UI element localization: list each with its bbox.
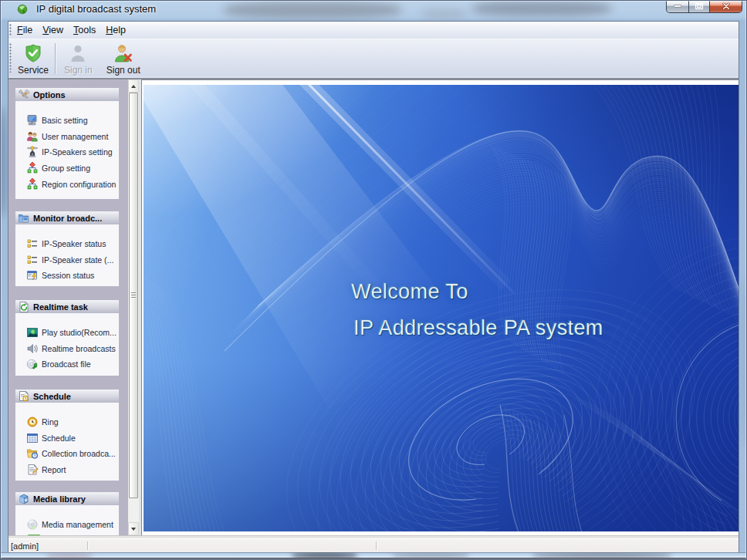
toolbar-separator xyxy=(55,43,56,74)
window-flash-icon xyxy=(26,269,39,282)
clock-icon xyxy=(26,416,39,428)
sidebar-item-schedule[interactable]: Schedule xyxy=(15,430,119,447)
sidebar-item-collection-broadca[interactable]: Collection broadca... xyxy=(15,446,119,462)
speaker-icon xyxy=(26,342,39,355)
bottom-frame xyxy=(0,552,747,560)
menubar: File View Tools Help xyxy=(8,22,739,39)
sign-out-label: Sign out xyxy=(106,65,140,76)
scroll-down-icon xyxy=(131,528,136,531)
sidebar-item-label: IP-Speakers setting xyxy=(42,147,113,157)
minimize-button[interactable] xyxy=(666,0,688,13)
sidebar-group-header[interactable]: Media library xyxy=(15,492,119,505)
main-panel: Welcome To IP Addressable PA system xyxy=(141,79,739,535)
scrollbar-grip xyxy=(131,292,136,299)
sidebar-item-realtime-broadcasts[interactable]: Realtime broadcasts xyxy=(15,341,119,357)
sign-in-person-icon xyxy=(69,43,86,63)
menu-file[interactable]: File xyxy=(12,23,37,37)
restore-icon xyxy=(695,3,704,10)
sidebar-group-title: Realtime task xyxy=(33,302,88,312)
sidebar-item-label: Collection broadca... xyxy=(42,449,116,458)
sidebar-item-basic-setting[interactable]: Basic setting xyxy=(15,113,119,129)
sidebar-group: Realtime task Play studio(Recom... Realt… xyxy=(15,300,119,376)
sidebar-item-report[interactable]: Report xyxy=(15,462,119,478)
sidebar-item-media-management[interactable]: Media management xyxy=(15,517,119,533)
sidebar-item-ring[interactable]: Ring xyxy=(15,414,119,430)
sidebar-group-header[interactable]: Options xyxy=(15,88,119,101)
menu-view[interactable]: View xyxy=(38,23,68,37)
caption-buttons xyxy=(666,0,742,13)
close-icon xyxy=(722,3,730,10)
sidebar-group-title: Schedule xyxy=(33,392,71,401)
tools-icon xyxy=(18,89,30,101)
client-area: File View Tools Help Service Sign in Sig… xyxy=(8,22,739,552)
sidebar-item-label: User management xyxy=(42,132,108,141)
org-chart-icon xyxy=(26,178,39,191)
close-button[interactable] xyxy=(710,0,742,13)
menubar-gripper xyxy=(9,24,12,36)
workarea: Options Basic setting User management IP… xyxy=(8,78,739,535)
statusbar-separator xyxy=(87,541,88,550)
sidebar-item-label: Ring xyxy=(42,417,59,427)
menu-help[interactable]: Help xyxy=(101,23,130,37)
scroll-down-button[interactable] xyxy=(128,522,139,535)
sidebar-item-session-status[interactable]: Session status xyxy=(15,268,119,284)
box-icon xyxy=(18,493,30,505)
menu-tools[interactable]: Tools xyxy=(69,23,100,37)
statusbar-user: [admin] xyxy=(11,541,39,551)
sidebar-item-play-studio-recom[interactable]: Play studio(Recom... xyxy=(15,325,119,341)
scroll-up-button[interactable] xyxy=(128,79,139,93)
sidebar-item-broadcast-file[interactable]: Broadcast file xyxy=(15,356,119,373)
list-icon xyxy=(26,254,39,266)
scroll-up-icon xyxy=(131,85,136,88)
welcome-artwork: Welcome To IP Addressable PA system xyxy=(144,85,739,531)
sign-in-button[interactable]: Sign in xyxy=(63,42,94,76)
sidebar-item-label: IP-Speaker status xyxy=(42,239,106,248)
sidebar-group: Monitor broadc... IP-Speaker status IP-S… xyxy=(15,211,119,286)
welcome-line1: Welcome To xyxy=(351,280,468,304)
scrollbar-thumb[interactable] xyxy=(129,93,139,498)
sidebar-item-label: IP-Speaker state (... xyxy=(42,255,113,265)
sign-out-button[interactable]: Sign out xyxy=(105,42,142,76)
folder-monitor-icon xyxy=(18,212,30,224)
sidebar-group-header[interactable]: Schedule xyxy=(15,390,119,403)
sidebar-item-region-configuration[interactable]: Region configuration xyxy=(15,176,119,192)
sidebar-item-user-management[interactable]: User management xyxy=(15,129,119,145)
statusbar: [admin] xyxy=(8,538,739,552)
service-button[interactable]: Service xyxy=(16,42,50,76)
cd-note-icon xyxy=(26,358,39,370)
folder-clock-icon xyxy=(26,447,39,460)
sidebar-item-label: Group setting xyxy=(42,164,90,173)
toolbar: Service Sign in Sign out xyxy=(8,39,739,76)
cd-icon xyxy=(26,518,39,531)
wave-mesh xyxy=(144,85,739,531)
page-clock-icon xyxy=(18,390,30,403)
sidebar-group-title: Media library xyxy=(33,494,86,504)
titlebar[interactable]: IP digital broadcast system xyxy=(0,0,747,22)
service-label: Service xyxy=(18,65,49,76)
sidebar-item-label: Realtime broadcasts xyxy=(42,344,116,353)
org-chart-icon xyxy=(26,162,39,174)
sidebar-scrollbar[interactable] xyxy=(128,79,139,535)
statusbar-separator xyxy=(376,541,377,550)
list-icon xyxy=(26,238,39,250)
page-refresh-icon xyxy=(18,301,30,313)
toolbar-gripper xyxy=(9,43,12,73)
sidebar-group: Schedule Ring Schedule Collection broadc… xyxy=(15,390,119,481)
sidebar-item-ip-speakers-setting[interactable]: IP-Speakers setting xyxy=(15,144,119,160)
sidebar-item-label: Session status xyxy=(42,271,94,280)
sidebar-item-ip-speaker-status[interactable]: IP-Speaker status xyxy=(15,236,119,252)
sidebar-item-label: Broadcast file xyxy=(42,359,91,369)
sidebar-item-label: Play studio(Recom... xyxy=(42,328,117,337)
speaker-stand-icon xyxy=(26,146,39,158)
sidebar-group-header[interactable]: Monitor broadc... xyxy=(15,211,119,224)
sidebar-item-group-setting[interactable]: Group setting xyxy=(15,160,119,177)
sidebar-item-label: Region configuration xyxy=(42,180,116,189)
service-shield-icon xyxy=(25,43,42,63)
welcome-line2: IP Addressable PA system xyxy=(353,316,603,340)
table-icon xyxy=(26,432,39,444)
maximize-button[interactable] xyxy=(688,0,710,13)
computer-icon xyxy=(26,114,39,127)
sidebar-group-header[interactable]: Realtime task xyxy=(15,300,119,313)
sidebar-group-title: Options xyxy=(33,90,66,100)
sidebar-item-ip-speaker-state[interactable]: IP-Speaker state (... xyxy=(15,252,119,268)
